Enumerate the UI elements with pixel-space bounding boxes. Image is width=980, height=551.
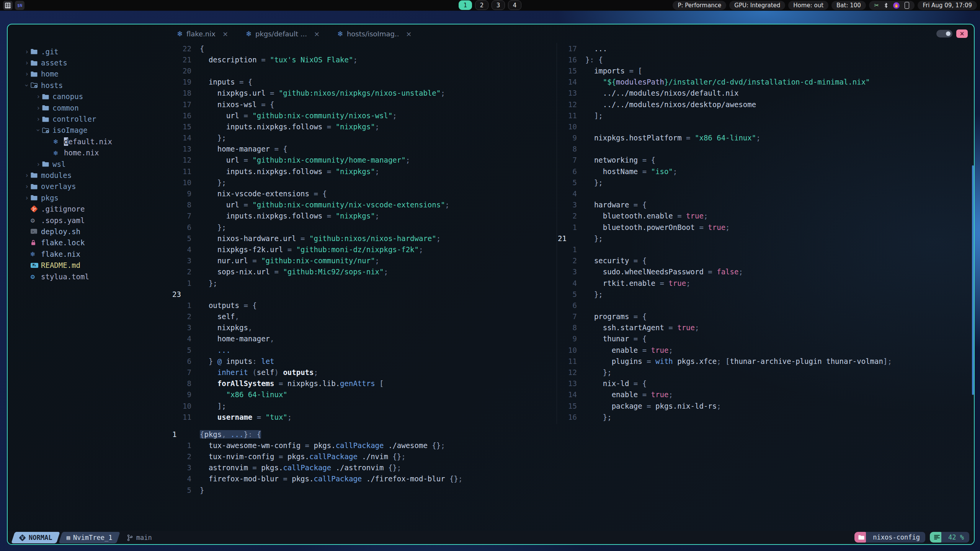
tree-item-common[interactable]: ›common — [8, 102, 172, 113]
code-line[interactable]: 4 nixpkgs-f2k.url = "github:moni-dz/nixp… — [172, 244, 557, 255]
code-line[interactable]: 21 }; — [557, 233, 974, 244]
tab-hosts-isoImag-[interactable]: ❄hosts/isoImag..× — [337, 29, 412, 38]
tab-flake-nix[interactable]: ❄flake.nix× — [177, 29, 228, 38]
code-line[interactable]: 8 ssh.startAgent = true; — [557, 322, 974, 333]
tree-item-overlays[interactable]: ›overlays — [8, 181, 172, 192]
code-line[interactable]: 10 enable = true; — [557, 344, 974, 355]
code-line[interactable]: 8 url = "github:nix-community/nix-vscode… — [172, 199, 557, 210]
code-line[interactable]: 10 }; — [172, 177, 557, 188]
code-line[interactable]: 6 } @ inputs: let — [172, 355, 557, 367]
code-line[interactable]: 15 package = pkgs.nix-ld-rs; — [557, 400, 974, 411]
code-line[interactable]: 16 }; — [557, 411, 974, 422]
code-line[interactable]: 4 home-manager, — [172, 333, 557, 344]
code-line[interactable]: 6 — [557, 300, 974, 311]
code-line[interactable]: 3 hardware = { — [557, 199, 974, 210]
code-line[interactable]: 9 "x86_64-linux" — [172, 389, 557, 400]
chevron-right-icon[interactable]: › — [34, 104, 42, 112]
code-line[interactable]: 6 }; — [172, 222, 557, 233]
code-line[interactable]: 3 nur.url = "github:nix-community/nur"; — [172, 255, 557, 266]
code-line[interactable]: 14 "${modulesPath}/installer/cd-dvd/inst… — [557, 77, 974, 88]
code-line[interactable]: 13 nix-ld = { — [557, 378, 974, 389]
tree-item-stylua-toml[interactable]: ⚙stylua.toml — [8, 271, 172, 282]
code-line[interactable]: 10 ]; — [172, 400, 557, 411]
code-line[interactable]: 11 plugins = with pkgs.xfce; [thunar-arc… — [557, 355, 974, 367]
code-line[interactable]: 12 url = "github:nix-community/home-mana… — [172, 155, 557, 166]
code-line[interactable]: 2 self, — [172, 311, 557, 322]
code-line[interactable]: 5 }; — [557, 177, 974, 188]
nvim-workspace-icon[interactable]: $N — [15, 1, 24, 10]
tree-item-pkgs[interactable]: ›pkgs — [8, 192, 172, 203]
code-line[interactable]: 15 inputs.nixpkgs.follows = "nixpkgs"; — [172, 121, 557, 132]
code-line[interactable]: 12 }; — [557, 367, 974, 378]
code-line[interactable]: 16}: { — [557, 54, 974, 65]
flame-icon[interactable] — [893, 2, 900, 9]
code-line[interactable]: 3 astronvim = pkgs.callPackage ./astronv… — [172, 462, 974, 473]
code-line[interactable]: 9 thunar = { — [557, 333, 974, 344]
tree-item-home-nix[interactable]: ❄home.nix — [8, 147, 172, 158]
code-line[interactable]: 1{pkgs, ...}: { — [172, 429, 974, 440]
code-line[interactable]: 9 nix-vscode-extensions = { — [172, 188, 557, 199]
code-line[interactable]: 9 nixpkgs.hostPlatform = "x86_64-linux"; — [557, 132, 974, 143]
tree-item-modules[interactable]: ›modules — [8, 170, 172, 181]
tree-item-deploy-sh[interactable]: >_deploy.sh — [8, 226, 172, 237]
code-line[interactable]: 4 rtkit.enable = true; — [557, 277, 974, 289]
code-line[interactable]: 23 — [172, 289, 557, 300]
code-line[interactable]: 2 sops-nix.url = "github:Mic92/sops-nix"… — [172, 266, 557, 277]
status-pill-2[interactable]: Home: out — [788, 1, 828, 10]
tree-item--git[interactable]: ›.git — [8, 46, 172, 57]
code-line[interactable]: 17 nixos-wsl = { — [172, 99, 557, 110]
chevron-right-icon[interactable]: › — [23, 194, 31, 202]
code-line[interactable]: 8 — [557, 143, 974, 155]
tree-item-default-nix[interactable]: ❄default.nix — [8, 136, 172, 147]
code-line[interactable]: 12 ../../modules/nixos/desktop/awesome — [557, 99, 974, 110]
close-button[interactable]: × — [956, 29, 968, 38]
status-pill-3[interactable]: Bat: 100 — [831, 1, 866, 10]
tree-item--sops-yaml[interactable]: ⚙.sops.yaml — [8, 215, 172, 226]
code-line[interactable]: 3 sudo.wheelNeedsPassword = false; — [557, 266, 974, 277]
code-line[interactable]: 5 nixos-hardware.url = "github:nixos/nix… — [172, 233, 557, 244]
chevron-down-icon[interactable]: › — [34, 126, 42, 134]
tree-item-README-md[interactable]: M↓README.md — [8, 259, 172, 271]
code-line[interactable]: 2 tux-nvim-config = pkgs.callPackage ./n… — [172, 451, 974, 462]
code-line[interactable]: 18 nixpkgs.url = "github:nixos/nixpkgs/n… — [172, 88, 557, 99]
apps-grid-icon[interactable] — [3, 1, 13, 10]
code-line[interactable]: 17 ... — [557, 43, 974, 54]
tree-item--gitignore[interactable]: .gitignore — [8, 203, 172, 214]
code-line[interactable]: 7 networking = { — [557, 155, 974, 166]
code-line[interactable]: 4 firefox-mod-blur = pkgs.callPackage ./… — [172, 473, 974, 484]
code-line[interactable]: 21 description = "tux's NixOS Flake"; — [172, 54, 557, 65]
toggle-control[interactable] — [936, 30, 952, 37]
workspace-button-1[interactable]: 1 — [459, 0, 472, 10]
tab-close-icon[interactable]: × — [222, 30, 228, 38]
chevron-right-icon[interactable]: › — [34, 93, 42, 100]
tree-item-canopus[interactable]: ›canopus — [8, 91, 172, 102]
chevron-right-icon[interactable]: › — [34, 160, 42, 168]
status-pill-0[interactable]: P: Performance — [673, 1, 726, 10]
bluetooth-icon[interactable] — [884, 2, 888, 8]
code-line[interactable]: 11 inputs.nixpkgs.follows = "nixpkgs"; — [172, 166, 557, 177]
code-line[interactable]: 22{ — [172, 43, 557, 54]
clock[interactable]: Fri Aug 09, 17:09 — [918, 1, 977, 10]
code-line[interactable]: 1 }; — [172, 277, 557, 289]
code-line[interactable]: 4 — [557, 188, 974, 199]
chevron-down-icon[interactable]: › — [23, 82, 31, 89]
code-line[interactable]: 13 ../../modules/nixos/default.nix — [557, 88, 974, 99]
chevron-right-icon[interactable]: › — [23, 171, 31, 179]
code-line[interactable]: 11 ]; — [557, 110, 974, 121]
chevron-right-icon[interactable]: › — [23, 59, 31, 67]
code-line[interactable]: 7 programs = { — [557, 311, 974, 322]
code-line[interactable]: 11 username = "tux"; — [172, 411, 557, 422]
workspace-button-2[interactable]: 2 — [475, 0, 488, 10]
code-line[interactable]: 2 bluetooth.enable = true; — [557, 210, 974, 222]
chevron-right-icon[interactable]: › — [34, 115, 42, 123]
tab-close-icon[interactable]: × — [406, 30, 412, 38]
tree-item-wsl[interactable]: ›wsl — [8, 158, 172, 170]
tree-item-assets[interactable]: ›assets — [8, 57, 172, 68]
code-line[interactable]: 13 home-manager = { — [172, 143, 557, 155]
code-line[interactable]: 14 }; — [172, 132, 557, 143]
tree-item-flake-lock[interactable]: flake.lock — [8, 237, 172, 248]
code-line[interactable]: 16 url = "github:nix-community/nixos-wsl… — [172, 110, 557, 121]
code-line[interactable]: 1 — [557, 244, 974, 255]
tree-item-hosts[interactable]: ›hosts — [8, 80, 172, 91]
chevron-right-icon[interactable]: › — [23, 70, 31, 78]
